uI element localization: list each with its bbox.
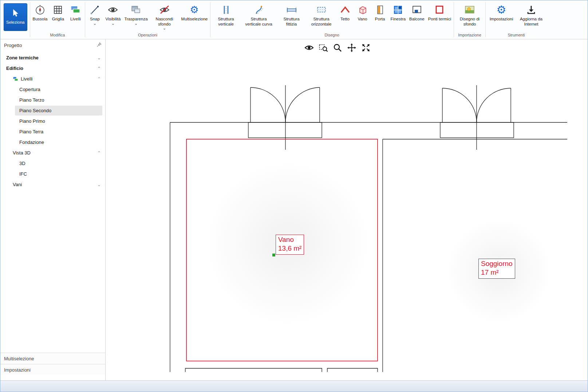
tree-item-label: Piano Primo (19, 118, 45, 124)
porta-button[interactable]: Porta (371, 2, 389, 23)
selection-handle[interactable] (272, 254, 275, 256)
curved-structure-icon (254, 4, 264, 16)
vano-button[interactable]: Vano (354, 2, 371, 23)
tree-item-label: Edificio (6, 66, 23, 71)
snap-button[interactable]: Snap ⌄ (86, 2, 103, 26)
multiselezione-panel-header[interactable]: Multiselezione (0, 353, 105, 364)
aggiorna-da-internet-button[interactable]: Aggiorna da Internet (516, 2, 546, 28)
tree-item-zone-termiche[interactable]: Zone termiche ⌄ (0, 52, 105, 63)
struttura-orizzontale-label: Struttura orizzontale (308, 17, 335, 27)
tree-item-3d[interactable]: 3D (0, 158, 105, 169)
room-name: Soggiorno (481, 259, 513, 268)
tree-item-label: Copertura (19, 87, 40, 92)
room-name: Vano (278, 235, 301, 244)
snap-diagonal-icon (90, 4, 100, 16)
pin-icon[interactable] (96, 42, 102, 48)
tree-item-label: 3D (19, 161, 25, 166)
finestra-label: Finestra (391, 17, 406, 22)
seleziona-button[interactable]: Seleziona (4, 3, 27, 31)
main-area: Progetto Zone termiche ⌄ Edificio ⌃ (0, 39, 588, 380)
impostazioni-label: Impostazioni (490, 17, 513, 22)
struttura-verticale-curva-button[interactable]: Struttura verticale curva (241, 2, 277, 28)
bottom-bar (0, 380, 588, 392)
tree-item-livelli[interactable]: Livelli ⌃ (0, 74, 105, 84)
fictitious-structure-icon (286, 4, 297, 16)
tree-item-label: Piano Secondo (19, 108, 51, 113)
nascondi-sfondo-button[interactable]: Nascondi sfondo ⌄ (150, 2, 179, 31)
view-eye-button[interactable] (304, 43, 314, 53)
struttura-orizzontale-button[interactable]: Struttura orizzontale (307, 2, 336, 28)
struttura-verticale-button[interactable]: Struttura verticale (211, 2, 241, 28)
ribbon-group-label-importazione: Importazione (455, 32, 485, 39)
thermal-bridge-icon (434, 4, 445, 16)
layers-icon (13, 76, 18, 82)
trasparenza-button[interactable]: Trasparenza ⌄ (122, 2, 149, 26)
chevron-down-icon[interactable]: ⌄ (97, 55, 101, 60)
chevron-down-icon[interactable]: ⌄ (97, 182, 101, 187)
tree-item-copertura[interactable]: Copertura (0, 84, 105, 95)
tree-item-piano-terra[interactable]: Piano Terra (0, 126, 105, 137)
tree-item-piano-secondo[interactable]: Piano Secondo (0, 105, 105, 116)
chevron-down-icon: ⌄ (163, 27, 166, 30)
tree-item-piano-primo[interactable]: Piano Primo (0, 116, 105, 126)
tetto-button[interactable]: Tetto (336, 2, 354, 23)
vertical-structure-icon (221, 4, 231, 16)
ribbon-group-label-disegno: Disegno (211, 32, 453, 39)
zoom-button[interactable] (332, 43, 343, 53)
tree-item-vani[interactable]: Vani ⌄ (0, 179, 105, 190)
chevron-up-icon[interactable]: ⌃ (97, 150, 101, 156)
bussola-button[interactable]: Bussola (31, 2, 50, 23)
zoom-extents-button[interactable] (361, 43, 371, 53)
sidebar-header: Progetto (0, 39, 105, 51)
disegno-di-sfondo-button[interactable]: Disegno di sfondo (455, 2, 485, 28)
impostazioni-panel-header[interactable]: Impostazioni (0, 364, 105, 375)
tree-item-label: Zone termiche (6, 55, 39, 60)
ribbon-group-operazioni: Snap ⌄ Visibilità ⌄ Trasparenza ⌄ (86, 0, 209, 39)
livelli-button[interactable]: Livelli (67, 2, 84, 23)
tree-item-ifc[interactable]: IFC (0, 169, 105, 179)
aggiorna-da-internet-label: Aggiorna da Internet (518, 17, 544, 27)
ribbon-separator (485, 2, 486, 37)
ribbon-group-importazione: Disegno di sfondo Importazione (455, 0, 485, 39)
ribbon-separator (30, 2, 30, 37)
zoom-window-button[interactable] (318, 43, 328, 53)
ribbon-group-label-strumenti: Strumenti (486, 32, 546, 39)
pan-button[interactable] (347, 43, 357, 53)
room-label-soggiorno[interactable]: Soggiorno 17 m² (478, 259, 515, 279)
struttura-verticale-label: Struttura verticale (213, 17, 239, 27)
window-icon (392, 4, 403, 16)
room-label-vano[interactable]: Vano 13,6 m² (276, 235, 304, 255)
roof-icon (340, 4, 351, 16)
ribbon-separator (210, 2, 210, 37)
visibilita-button[interactable]: Visibilità ⌄ (103, 2, 122, 26)
tree-item-label: Piano Terra (19, 129, 43, 134)
impostazioni-button[interactable]: ⚙ Impostazioni (486, 2, 516, 23)
ribbon-group-modifica: Bussola Griglia Livelli Modifica (31, 0, 84, 39)
ponti-termici-button[interactable]: Ponti termici (426, 2, 453, 23)
ribbon-group-label-modifica: Modifica (31, 32, 84, 39)
tree-item-vista-3d[interactable]: Vista 3D ⌃ (0, 148, 105, 158)
tree-item-fondazione[interactable]: Fondazione (0, 137, 105, 148)
canvas-toolbar (304, 43, 371, 53)
seleziona-label: Seleziona (6, 20, 25, 25)
floor-plan[interactable] (106, 39, 568, 373)
tree-item-edificio[interactable]: Edificio ⌃ (0, 63, 105, 74)
tree-item-label: Livelli (21, 76, 33, 82)
balcone-button[interactable]: Balcone (407, 2, 426, 23)
chevron-up-icon[interactable]: ⌃ (97, 66, 101, 71)
chevron-up-icon[interactable]: ⌃ (97, 77, 101, 82)
tree-item-piano-terzo[interactable]: Piano Terzo (0, 95, 105, 105)
ribbon-group-strumenti: ⚙ Impostazioni Aggiorna da Internet Stru… (486, 0, 546, 39)
finestra-button[interactable]: Finestra (389, 2, 408, 23)
chevron-down-icon: ⌄ (134, 22, 138, 25)
panel-label: Impostazioni (4, 367, 31, 373)
struttura-fittizia-button[interactable]: Struttura fittizia (277, 2, 307, 28)
drawing-canvas[interactable]: Vano 13,6 m² Soggiorno 17 m² (106, 39, 588, 380)
multiselezione-button[interactable]: ⚙ Multiselezione (179, 2, 209, 23)
vano-label: Vano (358, 17, 367, 22)
app-window: Seleziona Bussola Griglia (0, 0, 588, 392)
chevron-down-icon: ⌄ (93, 22, 96, 25)
griglia-button[interactable]: Griglia (49, 2, 67, 23)
ribbon-group-seleziona: Seleziona (2, 0, 29, 39)
ribbon-group-spacer (2, 32, 29, 39)
